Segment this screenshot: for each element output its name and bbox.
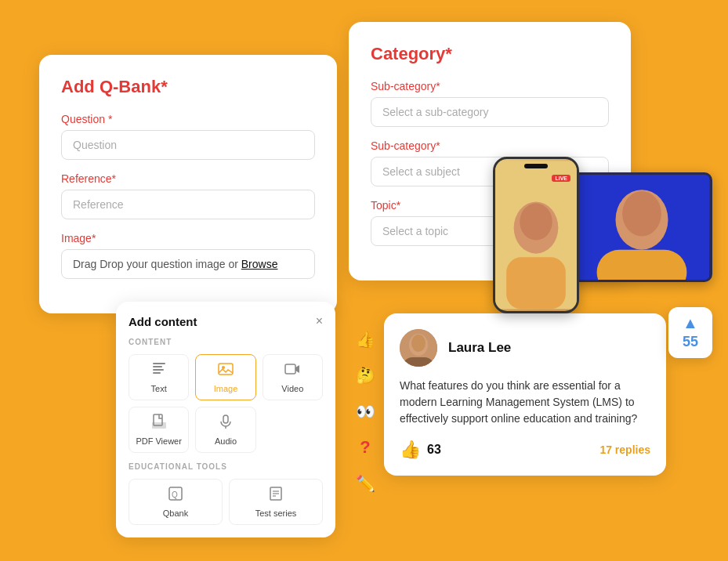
reaction-like[interactable]: 👍	[351, 325, 379, 353]
qbank-card: Add Q-Bank* Question * Reference* Image*…	[39, 55, 337, 313]
post-header: Laura Lee	[400, 329, 650, 367]
live-badge: LIVE	[552, 175, 570, 182]
svg-point-2	[520, 203, 552, 240]
question-group: Question *	[61, 113, 315, 160]
video-item-label: Video	[281, 384, 303, 393]
audio-item-label: Audio	[215, 436, 237, 446]
subcategory1-select[interactable]: Select a sub-category	[371, 97, 609, 127]
text-icon	[151, 361, 167, 381]
avatar-svg	[400, 329, 437, 367]
laptop-person-svg	[574, 175, 710, 280]
svg-rect-7	[597, 250, 687, 280]
like-icon[interactable]: 👍	[400, 440, 421, 460]
like-count: 63	[427, 443, 441, 457]
subcategory1-label: Sub-category*	[371, 80, 609, 92]
reference-group: Reference*	[61, 172, 315, 219]
educational-section-label: EDUCATIONAL TOOLS	[129, 462, 323, 471]
add-content-title: Add content	[129, 315, 197, 328]
avatar	[400, 329, 437, 367]
vote-count: 55	[683, 334, 698, 350]
svg-rect-21	[223, 415, 228, 423]
image-icon	[218, 361, 234, 381]
post-card: Laura Lee What features do you think are…	[384, 313, 666, 476]
subcategory2-label: Sub-category*	[371, 139, 609, 152]
content-section-label: CONTENT	[129, 338, 323, 346]
add-content-header: Add content ×	[129, 314, 323, 328]
edu-item-test[interactable]: Test series	[229, 479, 323, 525]
qbank-icon: Q	[168, 486, 183, 505]
post-footer: 👍 63 17 replies	[400, 440, 650, 460]
svg-rect-15	[153, 372, 161, 374]
content-item-text[interactable]: Text	[129, 354, 189, 400]
svg-point-10	[411, 335, 426, 352]
category-title: Category*	[371, 44, 609, 64]
reference-label: Reference*	[61, 172, 315, 185]
reactions-panel: 👍 🤔 👀 ? ✏️	[351, 325, 379, 498]
reaction-pencil[interactable]: ✏️	[351, 469, 379, 498]
phone-screen: LIVE	[495, 159, 577, 311]
browse-link[interactable]: Browse	[241, 258, 278, 270]
svg-text:Q: Q	[172, 490, 178, 499]
video-icon	[284, 361, 300, 381]
svg-rect-18	[285, 364, 295, 374]
svg-rect-14	[153, 369, 164, 371]
svg-rect-11	[403, 357, 434, 367]
content-item-pdf[interactable]: PDF Viewer	[129, 407, 189, 453]
svg-rect-12	[153, 363, 165, 364]
laptop-screen	[574, 175, 710, 280]
content-grid: Text Image Video PDF Viewer Audio	[129, 354, 323, 453]
vote-arrow-icon: ▲	[683, 315, 698, 331]
like-section: 👍 63	[400, 440, 441, 460]
reaction-thinking[interactable]: 🤔	[351, 361, 379, 389]
replies-link[interactable]: 17 replies	[599, 443, 650, 456]
svg-rect-20	[152, 422, 166, 429]
svg-point-6	[622, 191, 661, 236]
post-author: Laura Lee	[448, 340, 511, 356]
image-group: Image* Drag Drop your question image or …	[61, 232, 315, 279]
edu-grid: Q Qbank Test series	[129, 479, 323, 525]
question-label: Question *	[61, 113, 315, 125]
reference-input[interactable]	[61, 190, 315, 219]
post-body: What features do you think are essential…	[400, 378, 650, 427]
image-item-label: Image	[214, 384, 238, 393]
image-drop-zone[interactable]: Drag Drop your question image or Browse	[61, 249, 315, 279]
pdf-item-label: PDF Viewer	[136, 436, 181, 446]
content-item-image[interactable]: Image	[195, 354, 255, 400]
text-item-label: Text	[151, 384, 167, 393]
content-item-audio[interactable]: Audio	[195, 407, 255, 453]
test-icon	[268, 486, 284, 505]
reaction-question[interactable]: ?	[351, 433, 379, 461]
phone-person-svg	[495, 159, 577, 311]
pdf-icon	[151, 414, 167, 433]
test-item-label: Test series	[255, 509, 297, 518]
phone-mockup: LIVE	[493, 157, 579, 313]
edu-item-qbank[interactable]: Q Qbank	[129, 479, 223, 525]
qbank-title: Add Q-Bank*	[61, 77, 315, 97]
question-input[interactable]	[61, 130, 315, 160]
phone-notch	[524, 164, 548, 168]
audio-icon	[218, 414, 234, 433]
vote-button[interactable]: ▲ 55	[668, 307, 712, 358]
content-item-video[interactable]: Video	[263, 354, 323, 400]
devices-container: LIVE	[493, 157, 712, 329]
close-button[interactable]: ×	[316, 314, 323, 328]
svg-rect-3	[506, 257, 566, 309]
qbank-item-label: Qbank	[163, 509, 188, 518]
laptop-mockup	[571, 172, 712, 282]
subcategory1-group: Sub-category* Select a sub-category	[371, 80, 609, 127]
add-content-card: Add content × CONTENT Text Image Video	[116, 302, 335, 537]
reaction-eyes[interactable]: 👀	[351, 397, 379, 425]
svg-rect-13	[153, 366, 162, 367]
image-label: Image*	[61, 232, 315, 244]
